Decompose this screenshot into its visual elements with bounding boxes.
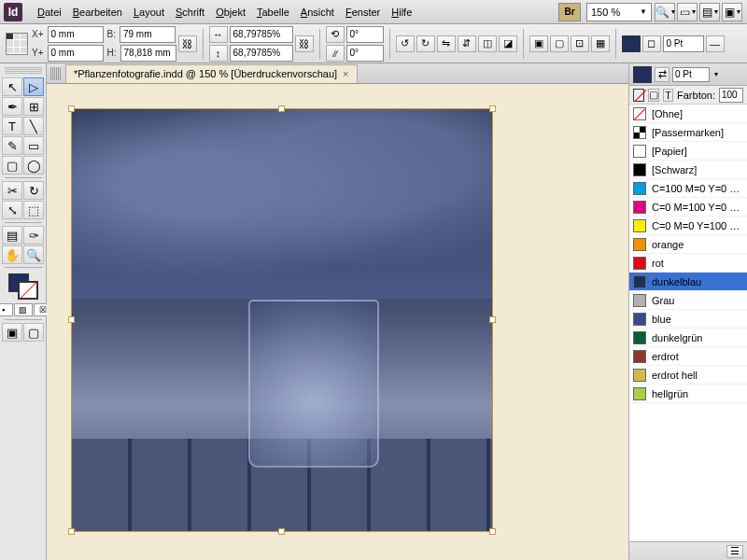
x-field[interactable] <box>48 26 104 43</box>
swatch-row[interactable]: hellgrün <box>629 385 747 403</box>
fit-proportional-icon[interactable]: ▦ <box>591 35 610 52</box>
swatch-row[interactable]: C=100 M=0 Y=0 K=0 <box>629 179 747 198</box>
rectangle-tool-icon[interactable]: ▢ <box>2 156 22 175</box>
view-mode-preview-icon[interactable]: ▢ <box>23 323 44 342</box>
stroke-swatch-icon[interactable]: ◻ <box>642 35 661 52</box>
scale-y-field[interactable] <box>230 45 293 62</box>
tab-grip[interactable] <box>50 67 62 80</box>
rotate-ccw-icon[interactable]: ↺ <box>396 35 415 52</box>
fill-stroke-swatch[interactable] <box>8 273 38 300</box>
arrange-icon[interactable]: ▤▾ <box>699 3 720 21</box>
y-field[interactable] <box>48 45 104 62</box>
screen-mode-icon[interactable]: ▭▾ <box>677 3 698 21</box>
apply-color-icon[interactable]: ▪ <box>0 303 13 316</box>
swatch-row[interactable]: [Schwarz] <box>629 161 747 179</box>
tint-field[interactable] <box>719 88 743 103</box>
select-content-icon[interactable]: ◪ <box>499 35 517 52</box>
handle-mid-right[interactable] <box>489 316 496 323</box>
view-mode-normal-icon[interactable]: ▣ <box>2 323 22 342</box>
handle-top-right[interactable] <box>489 105 496 112</box>
free-transform-icon[interactable]: ⬚ <box>23 201 44 219</box>
handle-top-mid[interactable] <box>278 105 285 112</box>
handle-bot-mid[interactable] <box>278 528 285 535</box>
ellipse-tool-icon[interactable]: ◯ <box>23 156 44 175</box>
constrain-wh-icon[interactable]: ⛓ <box>178 35 197 52</box>
rotate-tool-icon[interactable]: ↻ <box>23 181 44 200</box>
swatch-row[interactable]: orange <box>629 235 747 254</box>
swatch-list[interactable]: [Ohne] [Passermarken][Papier][Schwarz]C=… <box>629 105 747 541</box>
type-tool-icon[interactable]: ⊞ <box>23 97 44 116</box>
select-container-icon[interactable]: ◫ <box>478 35 497 52</box>
swatch-row[interactable]: C=0 M=100 Y=0 K=0 <box>629 198 747 217</box>
width-field[interactable] <box>120 26 176 43</box>
document-tab[interactable]: *Pflanzenfotografie.indd @ 150 % [Überdr… <box>65 64 358 83</box>
menu-ansicht[interactable]: Ansicht <box>295 4 340 21</box>
close-icon[interactable]: × <box>343 68 348 79</box>
fill-swatch[interactable] <box>622 35 641 52</box>
formatting-text-icon[interactable]: T <box>663 89 673 102</box>
bridge-button[interactable]: Br <box>558 3 581 21</box>
flip-v-icon[interactable]: ⇵ <box>458 35 476 52</box>
flip-h-icon[interactable]: ⇋ <box>437 35 456 52</box>
handle-bot-left[interactable] <box>68 528 75 535</box>
swatch-row[interactable]: dunkelblau <box>629 273 747 291</box>
pencil-tool-icon[interactable]: ✎ <box>2 136 22 155</box>
formatting-container-icon[interactable]: ▢ <box>648 89 659 102</box>
search-icon[interactable]: 🔍▾ <box>655 3 675 21</box>
swatch-row[interactable]: dunkelgrün <box>629 329 747 347</box>
handle-mid-left[interactable] <box>68 316 75 323</box>
zoom-dropdown[interactable]: 150 %▼ <box>586 3 652 21</box>
fit-frame-icon[interactable]: ▢ <box>550 35 569 52</box>
frame-tool-icon[interactable]: ▭ <box>23 136 44 155</box>
menu-schrift[interactable]: Schrift <box>170 4 210 21</box>
menu-fenster[interactable]: Fenster <box>340 4 386 21</box>
text-tool-icon[interactable]: T <box>2 117 22 135</box>
current-fill-swatch[interactable] <box>633 66 652 83</box>
menu-bearbeiten[interactable]: Bearbeiten <box>67 4 128 21</box>
workspace-icon[interactable]: ▣▾ <box>722 3 742 21</box>
eyedropper-tool-icon[interactable]: ✑ <box>23 226 44 245</box>
shear-field[interactable] <box>346 45 384 62</box>
rotation-field[interactable] <box>346 26 384 43</box>
handle-top-left[interactable] <box>68 105 75 112</box>
scale-x-field[interactable] <box>230 26 293 43</box>
panel-menu-icon[interactable]: ☰ <box>726 545 743 558</box>
selection-tool-icon[interactable]: ↖ <box>2 77 22 96</box>
swatch-row[interactable]: Grau <box>629 291 747 310</box>
swatch-row-none[interactable]: [Ohne] <box>629 105 747 123</box>
note-tool-icon[interactable]: ▤ <box>2 226 22 245</box>
line-tool-icon[interactable]: ╲ <box>23 117 44 135</box>
menu-objekt[interactable]: Objekt <box>210 4 251 21</box>
apply-gradient-icon[interactable]: ▨ <box>14 303 33 316</box>
menu-hilfe[interactable]: Hilfe <box>386 4 417 21</box>
stroke-none-icon[interactable] <box>633 89 644 102</box>
swatch-row[interactable]: [Passermarken] <box>629 123 747 142</box>
stroke-style-icon[interactable]: — <box>706 35 725 52</box>
swatch-row[interactable]: rot <box>629 254 747 273</box>
fit-content-icon[interactable]: ▣ <box>529 35 548 52</box>
rotate-cw-icon[interactable]: ↻ <box>416 35 435 52</box>
swatch-row[interactable]: C=0 M=0 Y=100 K=0 <box>629 217 747 235</box>
swatch-row[interactable]: erdrot hell <box>629 366 747 385</box>
handle-bot-right[interactable] <box>489 528 496 535</box>
zoom-tool-icon[interactable]: 🔍 <box>23 245 44 264</box>
menu-tabelle[interactable]: Tabelle <box>251 4 295 21</box>
toolbox-grip[interactable] <box>5 67 42 75</box>
scissors-tool-icon[interactable]: ✂ <box>2 181 22 200</box>
swatch-row[interactable]: blue <box>629 310 747 329</box>
selected-image-frame[interactable] <box>71 108 493 532</box>
stroke-weight-field[interactable] <box>663 35 704 52</box>
menu-datei[interactable]: Datei <box>32 4 67 21</box>
direct-selection-tool-icon[interactable]: ▷ <box>23 77 44 96</box>
hand-tool-icon[interactable]: ✋ <box>2 245 22 264</box>
reference-point[interactable] <box>6 33 28 55</box>
stroke-pt-field[interactable] <box>672 67 710 82</box>
scale-tool-icon[interactable]: ⤡ <box>2 201 22 219</box>
pen-tool-icon[interactable]: ✒ <box>2 97 22 116</box>
canvas[interactable] <box>47 84 628 560</box>
constrain-scale-icon[interactable]: ⛓ <box>295 35 314 52</box>
swatch-row[interactable]: [Papier] <box>629 142 747 161</box>
height-field[interactable] <box>120 45 176 62</box>
swatch-row[interactable]: erdrot <box>629 347 747 366</box>
center-content-icon[interactable]: ⊡ <box>571 35 589 52</box>
